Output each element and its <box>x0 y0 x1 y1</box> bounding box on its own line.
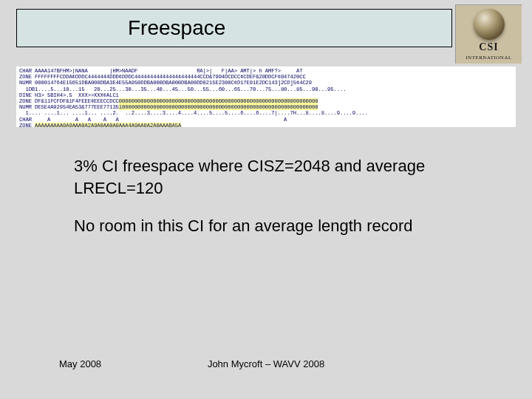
dump-line: CHAR AAAA147BFHM>|NANA |HM>NAADF RA|>| F… <box>19 68 302 74</box>
hex-dump: CHAR AAAA147BFHM>|NANA |HM>NAADF RA|>| F… <box>16 66 516 127</box>
logo: CSI INTERNATIONAL <box>455 4 522 64</box>
dump-line: DINE H3> 5BIH4>.5 XXX>>XXX¢ALC1 <box>19 92 119 98</box>
body-p2: No room in this CI for an average length… <box>74 215 473 237</box>
dump-highlight: 0000000000000000000000000000000000000000… <box>119 98 318 104</box>
dump-line: NUMR 000014764E15651DBA000DBA3E4E55A950D… <box>19 80 312 86</box>
footer-author: John Mycroft – WAVV 2008 <box>0 358 532 369</box>
slide-title: Freespace <box>128 16 225 40</box>
dump-line: 1DB1....5...10...15 20...25...30...35...… <box>19 86 346 92</box>
dump-line: ZONE FFFFFFFFCDDA¢DDDC4444444DDD¢DDDC444… <box>19 74 306 80</box>
body-text: 3% CI freespace where CISZ=2048 and aver… <box>74 155 473 253</box>
dump-highlight: AAAAAAAAA0A9AAA0A2A9A0AA0A9AAA4A9AA0A2A0… <box>35 123 181 127</box>
logo-text: CSI <box>479 41 498 53</box>
dump-line: 1.... ....1... ....1... ....2. ..2....3.… <box>19 110 368 116</box>
logo-subtext: INTERNATIONAL <box>466 55 512 61</box>
dump-line: ZONE DF&11FCFDF&1F4FEEE¢EEECCDCC <box>19 98 119 104</box>
slide-title-bar: Freespace <box>16 9 452 47</box>
dump-line: NUMR DE5E4A92954EA53&777EEE77135 <box>19 104 119 110</box>
dump-highlight: 1000000000000000000000000000000000000000… <box>119 104 318 110</box>
dump-line: CHAR A A A A A A <box>19 117 287 123</box>
globe-icon <box>474 9 505 40</box>
dump-line: ZONE <box>19 123 35 127</box>
body-p1: 3% CI freespace where CISZ=2048 and aver… <box>74 155 473 199</box>
